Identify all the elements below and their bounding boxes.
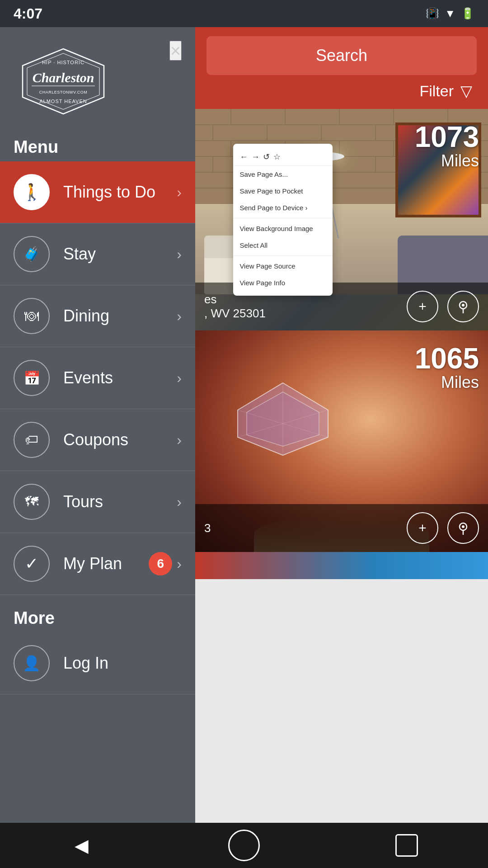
dining-chevron: ›: [177, 308, 182, 325]
context-menu: ← → ↺ ☆ Save Page As... Save Page to Poc…: [233, 144, 333, 296]
right-panel: Search Filter ▽: [195, 27, 488, 868]
cards-container: 1073 Miles ← → ↺ ☆ Save Page As... Save …: [195, 109, 488, 868]
my-plan-badge: 6: [149, 552, 172, 576]
card-2-actions: +: [407, 512, 479, 544]
card-1-miles-number: 1073: [415, 123, 479, 151]
my-plan-icon: ✓: [14, 546, 50, 582]
dining-label: Dining: [63, 307, 177, 326]
card-2-address: 3: [204, 521, 407, 535]
card-2-miles-overlay: 1065 Miles: [415, 344, 479, 392]
card-3-partial: [195, 552, 488, 579]
search-button[interactable]: Search: [206, 36, 477, 75]
tours-label: Tours: [63, 492, 177, 511]
sidebar-header: × HIP · HISTORIC Charleston CHARLESTONWV…: [0, 27, 195, 128]
ctx-back[interactable]: ←: [239, 152, 248, 162]
ctx-view-bg-image[interactable]: View Background Image: [233, 220, 333, 237]
card-1-actions: +: [407, 291, 479, 322]
filter-label: Filter: [419, 82, 454, 100]
coupons-icon: 🏷: [14, 422, 50, 458]
nav-home-button[interactable]: [226, 827, 262, 863]
stay-chevron: ›: [177, 246, 182, 263]
my-plan-chevron: ›: [177, 556, 182, 572]
card-1-address-line1: es: [204, 292, 216, 306]
menu-label: Menu: [0, 128, 195, 161]
sidebar-item-things-to-do[interactable]: 🚶 Things to Do ›: [0, 161, 195, 223]
card-1-miles-overlay: 1073 Miles: [415, 123, 479, 170]
events-chevron: ›: [177, 370, 182, 387]
things-to-do-chevron: ›: [177, 184, 182, 201]
ctx-forward[interactable]: →: [251, 152, 259, 162]
gem-svg: [215, 374, 351, 464]
map-pin-icon-2: [455, 520, 471, 536]
card-2-footer: 3 +: [195, 504, 488, 552]
nav-back-icon: ◀: [75, 835, 89, 856]
vibrate-icon: 📳: [426, 7, 439, 20]
stay-icon: 🧳: [14, 236, 50, 272]
ctx-view-info[interactable]: View Page Info: [233, 274, 333, 291]
card-1: 1073 Miles ← → ↺ ☆ Save Page As... Save …: [195, 109, 488, 330]
card-2-add-button[interactable]: +: [407, 512, 438, 544]
card-1-map-button[interactable]: [447, 291, 479, 322]
sidebar-item-my-plan[interactable]: ✓ My Plan 6 ›: [0, 533, 195, 595]
logo-container: HIP · HISTORIC Charleston CHARLESTONWV.C…: [14, 45, 113, 119]
ctx-select-all[interactable]: Select All: [233, 237, 333, 254]
nav-home-circle: [228, 830, 260, 861]
ctx-save-page-as[interactable]: Save Page As...: [233, 166, 333, 183]
ctx-send-device[interactable]: Send Page to Device ›: [233, 199, 333, 216]
card-1-miles-label: Miles: [415, 151, 479, 170]
filter-row: Filter ▽: [206, 82, 477, 100]
sidebar-item-dining[interactable]: 🍽 Dining ›: [0, 285, 195, 347]
svg-text:Charleston: Charleston: [33, 70, 94, 85]
sidebar: × HIP · HISTORIC Charleston CHARLESTONWV…: [0, 27, 195, 868]
battery-icon: 🔋: [461, 7, 474, 20]
svg-text:ALMOST HEAVEN: ALMOST HEAVEN: [39, 99, 87, 104]
nav-recent-square: [395, 834, 418, 857]
close-button[interactable]: ×: [169, 41, 182, 61]
nav-recent-button[interactable]: [389, 827, 425, 863]
wifi-icon: ▼: [445, 7, 455, 20]
main-layout: × HIP · HISTORIC Charleston CHARLESTONWV…: [0, 27, 488, 868]
ctx-star[interactable]: ☆: [273, 152, 281, 162]
filter-icon[interactable]: ▽: [460, 82, 472, 100]
sidebar-item-events[interactable]: 📅 Events ›: [0, 347, 195, 409]
tours-icon: 🗺: [14, 484, 50, 520]
context-menu-nav: ← → ↺ ☆: [233, 148, 333, 166]
card-1-add-button[interactable]: +: [407, 291, 438, 322]
svg-point-44: [462, 525, 465, 528]
sidebar-item-login[interactable]: 👤 Log In: [0, 632, 195, 694]
ctx-sep-1: [233, 218, 333, 218]
sidebar-item-stay[interactable]: 🧳 Stay ›: [0, 223, 195, 285]
card-2-map-button[interactable]: [447, 512, 479, 544]
status-bar: 4:07 📳 ▼ 🔋: [0, 0, 488, 27]
svg-point-36: [462, 304, 465, 307]
sidebar-item-coupons[interactable]: 🏷 Coupons ›: [0, 409, 195, 471]
coupons-chevron: ›: [177, 432, 182, 448]
card-1-address-line2: , WV 25301: [204, 307, 266, 320]
nav-back-button[interactable]: ◀: [63, 827, 99, 863]
status-time: 4:07: [14, 5, 42, 22]
events-icon: 📅: [14, 360, 50, 396]
map-pin-icon: [455, 299, 471, 314]
ctx-view-source[interactable]: View Page Source: [233, 258, 333, 274]
login-label: Log In: [63, 654, 182, 673]
tours-chevron: ›: [177, 494, 182, 510]
ctx-sep-2: [233, 255, 333, 256]
card-1-address: es , WV 25301: [204, 292, 407, 321]
svg-text:HIP · HISTORIC: HIP · HISTORIC: [42, 60, 84, 65]
card-2-miles-number: 1065: [415, 344, 479, 373]
svg-text:CHARLESTONWV.COM: CHARLESTONWV.COM: [39, 90, 88, 94]
right-header: Search Filter ▽: [195, 27, 488, 109]
coupons-label: Coupons: [63, 430, 177, 449]
more-label: More: [0, 595, 195, 632]
events-label: Events: [63, 368, 177, 387]
ctx-refresh[interactable]: ↺: [263, 152, 270, 162]
ctx-save-pocket[interactable]: Save Page to Pocket: [233, 183, 333, 199]
sidebar-item-tours[interactable]: 🗺 Tours ›: [0, 471, 195, 533]
login-icon: 👤: [14, 645, 50, 681]
card-2-address-line1: 3: [204, 521, 211, 535]
card-2: 1065 Miles 3 +: [195, 330, 488, 552]
things-to-do-icon: 🚶: [14, 174, 50, 210]
nav-bar: ◀: [0, 823, 488, 868]
things-to-do-label: Things to Do: [63, 183, 177, 202]
card-2-miles-label: Miles: [415, 373, 479, 392]
